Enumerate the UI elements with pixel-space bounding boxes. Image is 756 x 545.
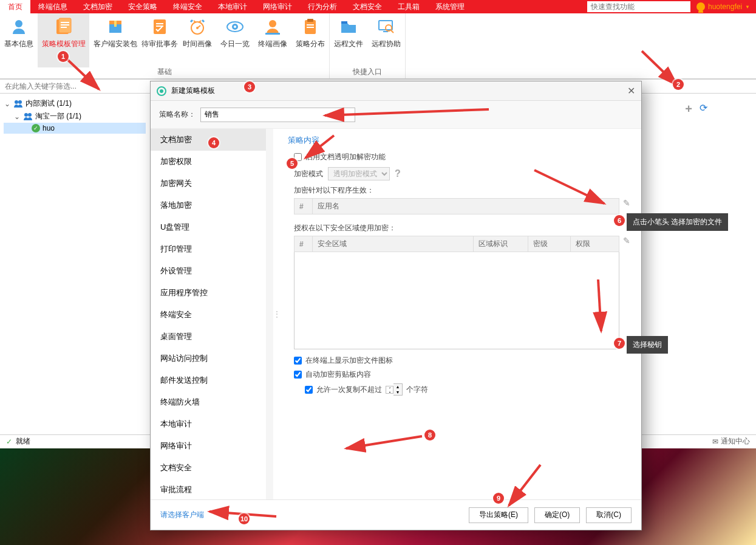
svg-rect-4 — [61, 24, 69, 26]
clip-checkbox[interactable] — [294, 371, 302, 379]
ribbon-group-shortcut: 远程文件 远程协助 快捷入口 — [330, 13, 406, 78]
tool-pending[interactable]: 待审批事务 — [141, 13, 179, 67]
quick-search-input[interactable] — [587, 1, 690, 12]
spin-down[interactable]: ▼ — [393, 389, 402, 395]
menu-sysmgmt[interactable]: 系统管理 — [427, 0, 472, 13]
copy-limit-checkbox[interactable] — [305, 386, 313, 394]
check-icon: ✓ — [32, 124, 40, 132]
tool-label: 远程文件 — [334, 39, 363, 49]
export-button[interactable]: 导出策略(E) — [469, 507, 528, 523]
tree-node-selected[interactable]: ✓ huo — [4, 123, 146, 134]
svg-point-0 — [15, 20, 22, 27]
policy-name-input[interactable] — [200, 108, 355, 122]
clock-icon — [188, 17, 207, 36]
cat-item[interactable]: 网络审计 — [151, 435, 266, 457]
menu-terminfo[interactable]: 终端信息 — [30, 0, 75, 13]
dialog-icon — [157, 86, 166, 96]
user-menu[interactable]: huotengfei ▼ — [690, 2, 756, 11]
tool-label: 客户端安装包 — [94, 39, 137, 49]
cat-item[interactable]: 本地审计 — [151, 413, 266, 435]
tool-policy-dist[interactable]: 策略分布 — [291, 13, 329, 67]
select-client-link[interactable]: 请选择客户端 — [160, 510, 204, 520]
help-icon[interactable]: ? — [395, 168, 401, 179]
menu-secpolicy[interactable]: 安全策略 — [120, 0, 165, 13]
svg-point-30 — [28, 113, 32, 117]
caret-icon[interactable]: ⌄ — [13, 112, 21, 121]
cat-item[interactable]: 文档安全 — [151, 457, 266, 479]
user-icon — [696, 2, 705, 11]
edit-zones-icon[interactable]: ✎ — [623, 236, 630, 245]
menu-home[interactable]: 首页 — [0, 0, 30, 13]
svg-point-27 — [15, 100, 18, 104]
tool-label: 策略模板管理 — [42, 39, 86, 49]
tool-remote-file[interactable]: 远程文件 — [330, 13, 367, 67]
tool-label: 待审批事务 — [141, 39, 178, 49]
cat-item[interactable]: 桌面管理 — [151, 326, 266, 348]
cat-item[interactable]: 终端防火墙 — [151, 391, 266, 413]
tool-time-image[interactable]: 时间画像 — [179, 13, 216, 67]
menu-toolbox[interactable]: 工具箱 — [390, 0, 427, 13]
filter-input[interactable] — [0, 80, 146, 93]
svg-rect-20 — [307, 19, 313, 22]
menu-netaudit[interactable]: 网络审计 — [255, 0, 300, 13]
cancel-button[interactable]: 取消(C) — [586, 507, 632, 523]
group-icon — [23, 112, 33, 121]
tool-remote-assist[interactable]: 远程协助 — [367, 13, 405, 67]
copy-limit-spinner[interactable]: ▲▼ — [386, 383, 403, 396]
svg-rect-10 — [156, 23, 163, 24]
close-icon[interactable]: ✕ — [627, 85, 635, 97]
menu-behavior[interactable]: 行为分析 — [300, 0, 345, 13]
cat-item[interactable]: 打印管理 — [151, 238, 266, 260]
tool-term-image[interactable]: 终端画像 — [254, 13, 291, 67]
policy-name-row: 策略名称： — [151, 101, 641, 129]
group-icon — [13, 100, 23, 108]
dialog-footer: 请选择客户端 导出策略(E) 确定(O) 取消(C) — [151, 499, 641, 530]
ok-button[interactable]: 确定(O) — [534, 507, 580, 523]
notification-center[interactable]: ✉ 通知中心 — [712, 436, 750, 447]
spin-up[interactable]: ▲ — [393, 384, 402, 389]
cat-item[interactable]: 加密权限 — [151, 151, 266, 173]
cat-item[interactable]: U盘管理 — [151, 216, 266, 238]
edit-apps-icon[interactable]: ✎ — [623, 198, 630, 208]
menu-docsec[interactable]: 文档安全 — [345, 0, 390, 13]
tree-node[interactable]: ⌄ 淘宝一部 (1/1) — [4, 110, 146, 123]
menu-docenc[interactable]: 文档加密 — [75, 0, 120, 13]
th: 密级 — [528, 236, 571, 252]
tool-label: 终端画像 — [258, 39, 287, 49]
tool-today[interactable]: 今日一览 — [216, 13, 254, 67]
cat-item[interactable]: 外设管理 — [151, 260, 266, 282]
cat-item[interactable]: 网站访问控制 — [151, 348, 266, 369]
package-icon — [106, 17, 125, 36]
cat-item[interactable]: 加密网关 — [151, 173, 266, 194]
cat-item[interactable]: 应用程序管控 — [151, 282, 266, 304]
mode-select[interactable]: 透明加密模式 — [328, 167, 390, 180]
mode-label: 加密模式 — [294, 169, 323, 179]
clip-label: 自动加密剪贴板内容 — [305, 369, 371, 380]
menu-termsec[interactable]: 终端安全 — [165, 0, 210, 13]
cat-item[interactable]: 终端安全 — [151, 304, 266, 326]
marker-3: 3 — [244, 81, 255, 92]
copy-limit-input[interactable] — [386, 386, 393, 394]
zone-table-body — [294, 252, 619, 349]
scrollbar[interactable] — [266, 129, 273, 499]
caret-icon[interactable]: ⌄ — [4, 100, 11, 108]
add-icon[interactable]: + — [685, 102, 692, 116]
tree-node[interactable]: ⌄ 内部测试 (1/1) — [4, 97, 146, 110]
group-label: 快捷入口 — [330, 67, 405, 77]
show-icon-checkbox[interactable] — [294, 357, 302, 365]
cat-item[interactable]: 邮件发送控制 — [151, 369, 266, 391]
tool-basic-info[interactable]: 基本信息 — [0, 13, 38, 67]
marker-10: 10 — [239, 513, 250, 524]
svg-point-16 — [234, 26, 236, 28]
status-text: 就绪 — [16, 436, 30, 447]
cat-item[interactable]: 落地加密 — [151, 194, 266, 216]
refresh-icon[interactable]: ⟳ — [700, 102, 707, 116]
marker-5: 5 — [287, 158, 298, 169]
portrait-icon — [263, 17, 282, 36]
tool-client-pkg[interactable]: 客户端安装包 — [89, 13, 141, 67]
menu-localaudit[interactable]: 本地审计 — [210, 0, 255, 13]
tree-label: 淘宝一部 (1/1) — [35, 111, 81, 122]
copy-limit-label: 允许一次复制不超过 — [316, 385, 382, 395]
cat-item[interactable]: 审批流程 — [151, 479, 266, 499]
tooltip-6: 点击小笔头 选择加密的文件 — [627, 213, 728, 231]
